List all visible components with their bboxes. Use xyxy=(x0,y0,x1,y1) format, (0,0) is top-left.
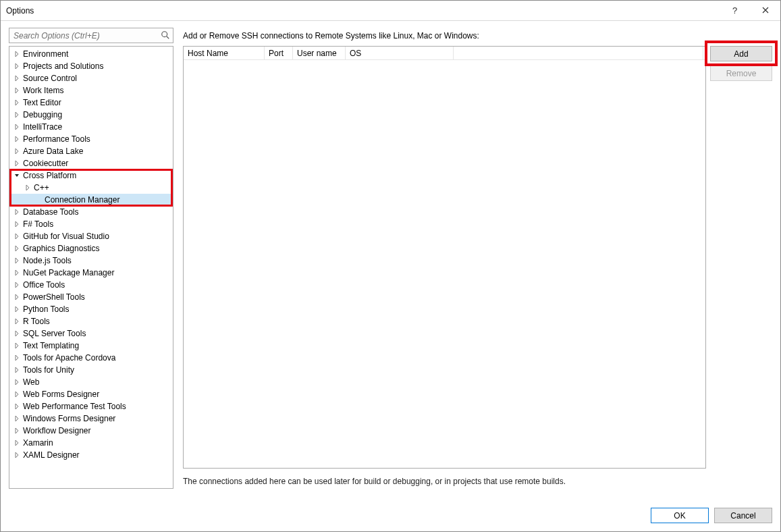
chevron-right-icon[interactable] xyxy=(12,49,22,59)
chevron-down-icon[interactable] xyxy=(12,171,22,180)
chevron-right-icon[interactable] xyxy=(12,110,22,119)
tree-item[interactable]: XAML Designer xyxy=(9,449,173,461)
chevron-right-icon[interactable] xyxy=(12,438,22,448)
chevron-right-icon[interactable] xyxy=(12,414,22,423)
tree-item-label: Connection Manager xyxy=(45,195,119,205)
chevron-right-icon[interactable] xyxy=(12,365,22,375)
main-area: EnvironmentProjects and SolutionsSource … xyxy=(9,28,772,489)
chevron-right-icon[interactable] xyxy=(12,159,22,168)
tree-item[interactable]: Connection Manager xyxy=(9,194,173,206)
tree-item[interactable]: Source Control xyxy=(9,72,173,84)
chevron-right-icon[interactable] xyxy=(12,390,22,399)
tree-item[interactable]: Tools for Apache Cordova xyxy=(9,352,173,364)
column-header[interactable]: User name xyxy=(293,47,346,59)
tree-item-label: Windows Forms Designer xyxy=(23,414,115,423)
tree-item[interactable]: Text Editor xyxy=(9,97,173,109)
tree-item-label: Azure Data Lake xyxy=(23,147,83,156)
tree-item[interactable]: Xamarin xyxy=(9,437,173,449)
chevron-right-icon[interactable] xyxy=(12,280,22,290)
dialog-content: EnvironmentProjects and SolutionsSource … xyxy=(1,21,780,531)
chevron-right-icon[interactable] xyxy=(12,329,22,338)
tree-item[interactable]: Graphics Diagnostics xyxy=(9,242,173,255)
tree-item[interactable]: IntelliTrace xyxy=(9,121,173,133)
tree-item[interactable]: NuGet Package Manager xyxy=(9,267,173,279)
tree-item[interactable]: Web xyxy=(9,376,173,388)
close-button[interactable] xyxy=(750,1,780,20)
table-body xyxy=(184,60,705,468)
tree-item[interactable]: Projects and Solutions xyxy=(9,60,173,72)
chevron-right-icon[interactable] xyxy=(12,134,22,144)
search-input[interactable] xyxy=(9,28,173,43)
tree-item[interactable]: Windows Forms Designer xyxy=(9,413,173,425)
tree-item[interactable]: Web Forms Designer xyxy=(9,388,173,400)
tree-item[interactable]: Web Performance Test Tools xyxy=(9,400,173,413)
chevron-right-icon[interactable] xyxy=(12,377,22,387)
tree-item-label: Source Control xyxy=(23,74,77,83)
connections-table[interactable]: Host NamePortUser nameOS xyxy=(183,46,706,469)
tree-item[interactable]: C++ xyxy=(9,182,173,194)
chevron-right-icon[interactable] xyxy=(12,86,22,95)
chevron-right-icon[interactable] xyxy=(12,450,22,460)
tree-item-label: Debugging xyxy=(23,110,62,119)
chevron-right-icon[interactable] xyxy=(12,341,22,350)
tree-item[interactable]: Performance Tools xyxy=(9,133,173,145)
chevron-right-icon[interactable] xyxy=(12,122,22,132)
chevron-right-icon[interactable] xyxy=(12,292,22,302)
column-header[interactable]: Host Name xyxy=(184,47,265,59)
tree-item[interactable]: Cross Platform xyxy=(9,169,173,182)
chevron-right-icon[interactable] xyxy=(12,304,22,314)
cancel-button[interactable]: Cancel xyxy=(714,508,772,523)
chevron-right-icon[interactable] xyxy=(12,268,22,277)
chevron-right-icon[interactable] xyxy=(12,244,22,253)
ok-button[interactable]: OK xyxy=(651,508,709,523)
side-buttons: Add Remove xyxy=(710,46,772,469)
tree-item[interactable]: Work Items xyxy=(9,84,173,97)
tree-item-label: SQL Server Tools xyxy=(23,329,86,338)
tree-item-label: Performance Tools xyxy=(23,134,90,144)
options-dialog: Options ? xyxy=(0,0,781,532)
tree-item[interactable]: PowerShell Tools xyxy=(9,291,173,303)
tree-item[interactable]: Debugging xyxy=(9,109,173,121)
tree-item-label: Cross Platform xyxy=(23,171,76,180)
chevron-right-icon[interactable] xyxy=(12,98,22,107)
tree-item[interactable]: Tools for Unity xyxy=(9,364,173,376)
help-button[interactable]: ? xyxy=(720,1,750,20)
titlebar-buttons: ? xyxy=(720,1,780,20)
chevron-right-icon[interactable] xyxy=(12,74,22,83)
tree-item[interactable]: Workflow Designer xyxy=(9,425,173,437)
column-header[interactable]: Port xyxy=(265,47,293,59)
chevron-right-icon[interactable] xyxy=(12,219,22,229)
tree-item-label: IntelliTrace xyxy=(23,122,62,132)
options-tree[interactable]: EnvironmentProjects and SolutionsSource … xyxy=(9,46,173,489)
tree-item-label: F# Tools xyxy=(23,219,53,229)
column-header[interactable] xyxy=(454,47,703,59)
dialog-buttons: OK Cancel xyxy=(9,508,772,523)
tree-item-label: Xamarin xyxy=(23,438,53,448)
chevron-right-icon[interactable] xyxy=(12,426,22,435)
tree-item[interactable]: F# Tools xyxy=(9,218,173,230)
tree-item[interactable]: Environment xyxy=(9,48,173,60)
chevron-right-icon[interactable] xyxy=(12,147,22,156)
tree-item[interactable]: GitHub for Visual Studio xyxy=(9,230,173,242)
column-header[interactable]: OS xyxy=(346,47,454,59)
chevron-right-icon[interactable] xyxy=(12,207,22,217)
tree-item-label: Text Editor xyxy=(23,98,61,107)
tree-item[interactable]: Cookiecutter xyxy=(9,157,173,169)
chevron-right-icon[interactable] xyxy=(12,317,22,326)
tree-item[interactable]: Database Tools xyxy=(9,206,173,218)
chevron-right-icon[interactable] xyxy=(12,256,22,265)
tree-item-label: Environment xyxy=(23,49,68,59)
tree-item[interactable]: Azure Data Lake xyxy=(9,145,173,157)
chevron-right-icon[interactable] xyxy=(23,183,32,192)
tree-item[interactable]: Node.js Tools xyxy=(9,255,173,267)
tree-item[interactable]: Office Tools xyxy=(9,279,173,291)
tree-item[interactable]: Python Tools xyxy=(9,303,173,315)
chevron-right-icon[interactable] xyxy=(12,232,22,241)
tree-item[interactable]: Text Templating xyxy=(9,340,173,352)
chevron-right-icon[interactable] xyxy=(12,402,22,411)
chevron-right-icon[interactable] xyxy=(12,353,22,363)
tree-item[interactable]: R Tools xyxy=(9,315,173,327)
tree-item[interactable]: SQL Server Tools xyxy=(9,327,173,340)
chevron-right-icon[interactable] xyxy=(12,61,22,71)
add-button[interactable]: Add xyxy=(710,46,772,61)
